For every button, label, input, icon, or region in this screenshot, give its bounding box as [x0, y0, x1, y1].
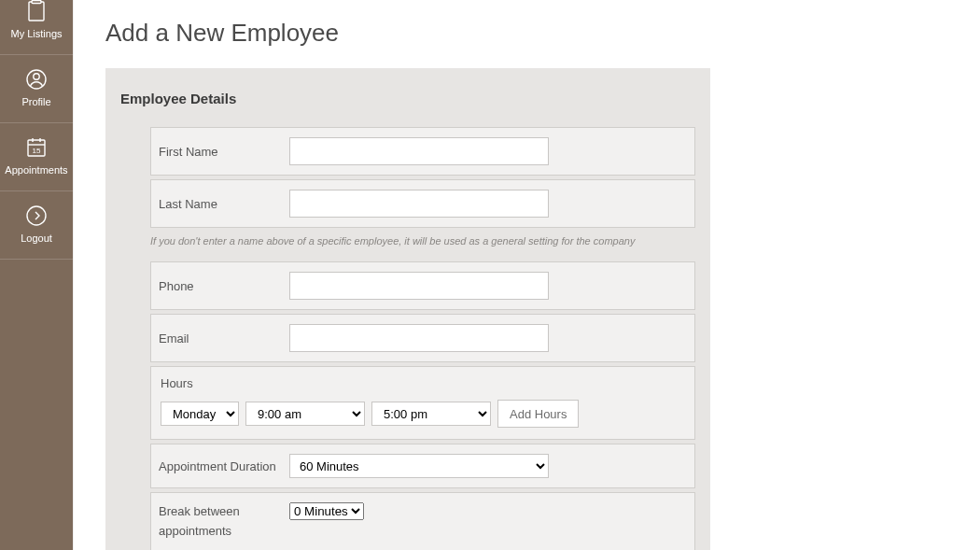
sidebar-item-label: Profile: [21, 96, 50, 107]
profile-icon: [25, 68, 48, 91]
add-hours-button[interactable]: Add Hours: [497, 400, 579, 428]
sidebar-item-appointments[interactable]: 15 Appointments: [0, 123, 73, 191]
employee-details-panel: Employee Details First Name Last Name If…: [105, 68, 710, 550]
email-row: Email: [150, 314, 695, 362]
sidebar-item-logout[interactable]: Logout: [0, 191, 73, 260]
duration-select[interactable]: 60 Minutes: [289, 454, 549, 478]
last-name-label: Last Name: [159, 197, 289, 211]
sidebar-item-label: Logout: [21, 233, 52, 244]
page-title: Add a New Employee: [105, 19, 948, 48]
email-input[interactable]: [289, 324, 549, 352]
main-content: Add a New Employee Employee Details Firs…: [73, 0, 980, 550]
first-name-input[interactable]: [289, 137, 549, 165]
svg-point-3: [34, 74, 39, 79]
calendar-badge-text: 15: [33, 147, 41, 155]
duration-label: Appointment Duration: [159, 459, 289, 473]
logout-icon: [25, 204, 48, 227]
break-select[interactable]: 0 Minutes: [289, 502, 364, 520]
svg-rect-0: [29, 2, 44, 21]
form-fieldset: First Name Last Name If you don't enter …: [120, 127, 695, 550]
sidebar: My Listings Profile 15 Appointments: [0, 0, 73, 550]
hours-controls: Monday 9:00 am 5:00 pm Add Hours: [161, 400, 685, 428]
panel-title: Employee Details: [120, 91, 695, 106]
first-name-label: First Name: [159, 145, 289, 159]
sidebar-item-label: My Listings: [10, 28, 62, 39]
hours-row: Hours Monday 9:00 am 5:00 pm Add Hours: [150, 366, 695, 440]
last-name-row: Last Name: [150, 179, 695, 228]
last-name-input[interactable]: [289, 190, 549, 218]
svg-rect-1: [32, 1, 41, 4]
email-label: Email: [159, 331, 289, 346]
listings-icon: [25, 0, 48, 22]
first-name-row: First Name: [150, 127, 695, 176]
break-row: Break between appointments 0 Minutes To …: [150, 492, 695, 550]
name-note: If you don't enter a name above of a spe…: [150, 235, 695, 247]
phone-row: Phone: [150, 261, 695, 310]
hours-label: Hours: [161, 376, 685, 390]
phone-input[interactable]: [289, 272, 549, 300]
sidebar-item-label: Appointments: [5, 164, 67, 176]
calendar-icon: 15: [25, 136, 48, 159]
hours-start-select[interactable]: 9:00 am: [245, 402, 365, 426]
hours-day-select[interactable]: Monday: [161, 402, 239, 426]
break-label: Break between appointments: [159, 502, 289, 542]
hours-end-select[interactable]: 5:00 pm: [371, 402, 491, 426]
phone-label: Phone: [159, 279, 289, 293]
sidebar-item-profile[interactable]: Profile: [0, 55, 73, 123]
duration-row: Appointment Duration 60 Minutes: [150, 444, 695, 488]
svg-point-8: [27, 206, 46, 225]
sidebar-item-my-listings[interactable]: My Listings: [0, 0, 73, 55]
